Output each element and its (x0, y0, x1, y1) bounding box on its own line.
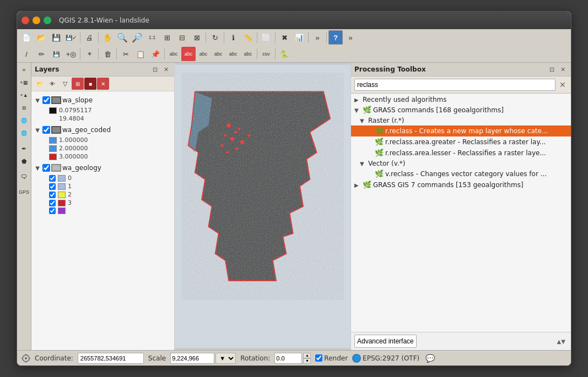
layer-name-wa-slope: wa_slope (62, 96, 93, 104)
annotation-btn[interactable]: 🗨 (18, 171, 30, 183)
csv-button[interactable]: csv (259, 47, 273, 61)
pan-button[interactable]: ✋ (100, 30, 115, 45)
add-wms-btn[interactable]: 🌐 (18, 114, 30, 127)
label-abc1-button[interactable]: abc (166, 47, 181, 61)
filter-btn[interactable]: ▽ (59, 78, 71, 90)
add-db-btn[interactable]: ⊞ (18, 102, 30, 114)
identify-button[interactable]: ℹ (226, 30, 240, 45)
close-button[interactable] (21, 17, 29, 24)
grass-icon: 🌿 (363, 106, 371, 114)
rotation-down-btn[interactable]: ▼ (303, 358, 311, 364)
scale-input[interactable] (170, 353, 214, 364)
maximize-button[interactable] (44, 17, 51, 24)
layer-item-wa-slope[interactable]: ▼ wa_slope (31, 94, 174, 106)
more-button[interactable]: » (310, 30, 325, 45)
layer-style-btn[interactable]: ⊞ (72, 78, 84, 90)
render-checkbox[interactable] (315, 354, 322, 362)
geol-value-1: 1 (68, 183, 72, 190)
layer-item-wa-geology[interactable]: ▼ wa_geology (31, 162, 174, 174)
geol-check-1[interactable] (49, 183, 56, 190)
tree-item-r-reclass-area-lesser[interactable]: 🌿 r.reclass.area.lesser - Reclassifies a… (351, 147, 571, 159)
label-abc2-button[interactable]: abc (181, 47, 196, 61)
geol-check-2[interactable] (49, 192, 56, 198)
open-file-button[interactable]: 📂 (34, 30, 48, 45)
label-abc5-button[interactable]: abc (226, 47, 240, 61)
help-button[interactable]: ? (328, 30, 343, 45)
tree-item-r-reclass-area-greater[interactable]: 🌿 r.reclass.area.greater - Reclassifies … (351, 136, 571, 147)
add-raster-btn[interactable]: +▦ (18, 77, 30, 89)
remove-layer-btn[interactable]: ✕ (97, 78, 109, 90)
save-as-button[interactable]: 💾✓ (64, 30, 78, 45)
pen-tool-btn[interactable]: ✒ (18, 143, 30, 155)
tree-item-grass-gis-7[interactable]: ▶ 🌿 GRASS GIS 7 commands [153 geoalgorit… (351, 179, 571, 190)
digitize-button[interactable]: / (19, 47, 34, 61)
geol-check-0[interactable] (49, 175, 56, 182)
scale-label: Scale (148, 354, 166, 362)
capture-button[interactable]: ⌖ (82, 47, 96, 61)
coordinate-input[interactable] (78, 353, 144, 364)
zoom-select-button[interactable]: ⊟ (175, 30, 189, 45)
paste-button[interactable]: 📌 (148, 47, 163, 61)
measure-button[interactable]: 📏 (241, 30, 255, 45)
map-canvas-area[interactable] (175, 63, 350, 350)
tree-item-r-reclass[interactable]: 🌿 r.reclass - Creates a new map layer wh… (351, 125, 571, 136)
tree-item-recently-used[interactable]: ▶ Recently used algorithms (351, 95, 571, 105)
tree-item-vector-group[interactable]: ▼ Vector (v.*) (351, 159, 571, 168)
layers-palette-btn[interactable]: ≡ (18, 64, 30, 76)
show-all-btn[interactable]: 👁 (46, 78, 58, 90)
add-vector-btn[interactable]: +▲ (18, 89, 30, 101)
message-btn[interactable]: 💬 (424, 352, 436, 364)
minimize-button[interactable] (33, 17, 40, 24)
zoom-1-1-button[interactable]: 1:1 (145, 30, 159, 45)
label-abc6-button[interactable]: abc (241, 47, 255, 61)
tree-item-grass-commands[interactable]: ▼ 🌿 GRASS commands [168 geoalgorithms] (351, 105, 571, 116)
select-box-button[interactable]: ⬜ (259, 30, 273, 45)
epsg-badge[interactable]: 🌐 EPSG:2927 (OTF) (352, 354, 419, 363)
search-input[interactable] (354, 79, 555, 91)
geol-check-3[interactable] (49, 200, 56, 206)
add-feature-button[interactable]: +◎ (64, 47, 78, 61)
new-file-button[interactable]: 📄 (19, 30, 34, 45)
layers-restore-btn[interactable]: ⊡ (150, 64, 160, 74)
r-reclass-icon: 🌿 (375, 127, 384, 135)
scale-dropdown[interactable]: ▼ (215, 353, 236, 364)
save-button[interactable]: 💾 (49, 30, 63, 45)
layer-sub-geol-1: 1 (31, 182, 174, 190)
tree-item-v-reclass[interactable]: 🌿 v.reclass - Changes vector category va… (351, 168, 571, 179)
delete-button[interactable]: 🗑 (100, 47, 115, 61)
layer-checkbox-wa-geology[interactable] (42, 164, 50, 172)
processing-close-btn[interactable]: ✕ (558, 64, 568, 74)
python-button[interactable]: 🐍 (277, 47, 292, 61)
print-button[interactable]: 🖨 (82, 30, 96, 45)
deselect-button[interactable]: ✖ (277, 30, 292, 45)
more-button-2[interactable]: » (343, 30, 358, 45)
layers-close-btn[interactable]: ✕ (161, 64, 171, 74)
tree-item-raster-group[interactable]: ▼ Raster (r.*) (351, 116, 571, 125)
rotation-up-btn[interactable]: ▲ (303, 353, 311, 358)
refresh-button[interactable]: ↻ (208, 30, 222, 45)
geol-check-4[interactable] (49, 207, 56, 214)
zoom-extent-button[interactable]: ⊞ (160, 30, 174, 45)
label-abc3-button[interactable]: abc (196, 47, 211, 61)
zoom-out-button[interactable]: 🔎 (130, 30, 144, 45)
zoom-layer-button[interactable]: ⊠ (190, 30, 204, 45)
node-tool-btn[interactable]: ⬟ (18, 155, 30, 167)
layer-red-btn[interactable]: ■ (84, 78, 96, 90)
rotation-input[interactable] (274, 353, 302, 364)
gps-btn[interactable]: GPS (18, 186, 30, 198)
layer-checkbox-wa-geo-coded[interactable] (42, 126, 50, 134)
save-edits-button[interactable]: 💾 (49, 47, 63, 61)
search-clear-button[interactable]: ✕ (558, 80, 568, 90)
label-abc4-button[interactable]: abc (211, 47, 225, 61)
layer-item-wa-geo-coded[interactable]: ▼ wa_geo_coded (31, 124, 174, 136)
add-wfs-btn[interactable]: 🌐 (18, 127, 30, 139)
processing-restore-btn[interactable]: ⊡ (547, 64, 557, 74)
advanced-interface-select[interactable]: Advanced interface (354, 335, 417, 348)
attribute-table-button[interactable]: 📊 (292, 30, 306, 45)
edit-pencil-button[interactable]: ✏ (34, 47, 48, 61)
cut-button[interactable]: ✂ (118, 47, 133, 61)
layer-checkbox-wa-slope[interactable] (42, 96, 50, 104)
zoom-in-button[interactable]: 🔍 (115, 30, 130, 45)
copy-button[interactable]: 📋 (133, 47, 148, 61)
add-group-btn[interactable]: 📁 (34, 78, 46, 90)
